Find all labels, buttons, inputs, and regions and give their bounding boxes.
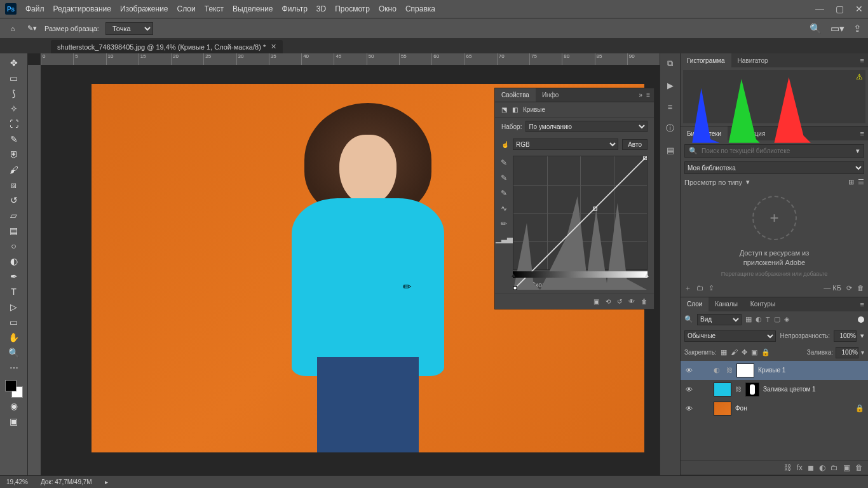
layer-mask-thumbnail[interactable] (745, 383, 759, 396)
grid-view-icon[interactable]: ⊞ (848, 178, 854, 186)
gradient-tool[interactable]: ▤ (6, 224, 22, 238)
blur-tool[interactable]: ○ (6, 239, 22, 253)
layer-name[interactable]: Кривые 1 (758, 367, 785, 374)
sync-icon[interactable]: ⟳ (846, 284, 852, 292)
new-layer-icon[interactable]: ▣ (843, 463, 850, 472)
hand-tool[interactable]: ✋ (6, 330, 22, 344)
status-caret-icon[interactable]: ▸ (105, 478, 108, 485)
menu-window[interactable]: Окно (379, 4, 397, 13)
lock-artboard-icon[interactable]: ▣ (751, 348, 757, 356)
filter-pixel-icon[interactable]: ▦ (745, 315, 752, 323)
paragraph-panel-icon[interactable]: ▤ (664, 144, 677, 156)
lock-transparency-icon[interactable]: ▦ (721, 348, 727, 356)
close-icon[interactable]: ✕ (855, 4, 863, 14)
eraser-tool[interactable]: ▱ (6, 208, 22, 222)
search-dropdown-icon[interactable]: ▾ (856, 147, 860, 155)
channel-select[interactable]: RGB (513, 139, 618, 150)
visibility-icon[interactable]: 👁 (684, 405, 693, 412)
edit-toolbar[interactable]: ⋯ (6, 361, 22, 375)
panel-menu-icon[interactable]: ≡ (646, 92, 650, 98)
chevron-down-icon[interactable]: ▾ (746, 178, 750, 186)
pen-tool[interactable]: ✒ (6, 269, 22, 283)
menu-layers[interactable]: Слои (177, 4, 196, 13)
chevron-down-icon[interactable]: ▾ (860, 332, 864, 340)
layer-row[interactable]: 👁 Фон 🔒 (681, 399, 868, 418)
foreground-swatch[interactable] (5, 380, 17, 391)
targeted-adjustment-icon[interactable]: ☝ (501, 141, 509, 148)
list-view-icon[interactable]: ☰ (858, 178, 864, 186)
clip-to-layer-icon[interactable]: ▣ (593, 298, 599, 305)
menu-help[interactable]: Справка (405, 4, 435, 13)
folder-icon[interactable]: 🗀 (696, 284, 703, 292)
lock-icon[interactable]: 🔒 (855, 404, 864, 412)
history-brush-tool[interactable]: ↺ (6, 193, 22, 207)
tab-close-icon[interactable]: ✕ (271, 43, 276, 51)
view-by-type-label[interactable]: Просмотр по типу (684, 179, 742, 186)
filter-type-icon[interactable]: T (766, 316, 770, 323)
document-tab[interactable]: shutterstock_746398405.jpg @ 19,4% (Крив… (51, 40, 283, 53)
reset-icon[interactable]: ↺ (617, 298, 622, 305)
menu-filter[interactable]: Фильтр (282, 4, 308, 13)
chevron-down-icon[interactable]: ▾ (861, 349, 864, 356)
quick-mask-tool[interactable]: ◉ (6, 399, 22, 413)
layer-thumbnail[interactable] (714, 383, 731, 396)
maximize-icon[interactable]: ▢ (836, 4, 844, 14)
stamp-tool[interactable]: ⧇ (6, 178, 22, 192)
link-layers-icon[interactable]: ⛓ (784, 463, 792, 472)
layer-style-icon[interactable]: fx (797, 463, 803, 472)
crop-tool[interactable]: ⛶ (6, 117, 22, 131)
tab-paths[interactable]: Контуры (744, 297, 782, 311)
screen-mode-tool[interactable]: ▣ (6, 414, 22, 428)
white-slider-icon[interactable]: ▲ (644, 271, 650, 278)
search-icon[interactable]: 🔍 (810, 23, 822, 34)
share-icon[interactable]: ⇪ (853, 23, 862, 34)
layer-thumbnail[interactable] (714, 402, 731, 416)
histogram-warning-icon[interactable]: ⚠ (856, 72, 863, 81)
character-panel-icon[interactable]: ⓘ (664, 122, 677, 135)
filter-smart-icon[interactable]: ◈ (784, 315, 789, 323)
panel-menu-icon[interactable]: ≡ (857, 57, 868, 64)
marquee-tool[interactable]: ▭ (6, 71, 22, 85)
filter-adjust-icon[interactable]: ◐ (756, 315, 762, 323)
magic-wand-tool[interactable]: ✧ (6, 102, 22, 116)
color-swatches[interactable] (5, 380, 23, 398)
shape-tool[interactable]: ▭ (6, 315, 22, 329)
tab-histogram[interactable]: Гистограмма (681, 53, 731, 67)
curve-clip-icon[interactable]: ▁▃▅ (498, 233, 510, 245)
menu-image[interactable]: Изображение (120, 4, 168, 13)
layer-thumbnail[interactable] (736, 363, 754, 377)
layer-name[interactable]: Фон (735, 405, 747, 412)
tab-navigator[interactable]: Навигатор (731, 53, 775, 67)
library-search-input[interactable] (702, 147, 852, 154)
trash-icon[interactable]: 🗑 (857, 284, 864, 292)
doc-size[interactable]: Док: 47,7М/49,7М (41, 478, 92, 485)
path-select-tool[interactable]: ▷ (6, 300, 22, 314)
dodge-tool[interactable]: ◐ (6, 254, 22, 268)
visibility-icon[interactable]: 👁 (684, 367, 693, 374)
auto-button[interactable]: Авто (622, 139, 648, 150)
layer-name[interactable]: Заливка цветом 1 (763, 386, 816, 393)
lock-all-icon[interactable]: 🔒 (761, 348, 770, 356)
add-content-icon[interactable]: ＋ (684, 283, 691, 293)
menu-3d[interactable]: 3D (316, 4, 326, 13)
eyedropper-tool[interactable]: ✎ (6, 132, 22, 146)
curve-smooth-icon[interactable]: ∿ (498, 203, 510, 214)
delete-adjustment-icon[interactable]: 🗑 (641, 298, 648, 305)
group-icon[interactable]: 🗀 (831, 463, 838, 472)
zoom-tool[interactable]: 🔍 (6, 346, 22, 360)
tab-properties[interactable]: Свойства (495, 88, 536, 102)
black-slider-icon[interactable]: ▲ (510, 271, 517, 278)
history-panel-icon[interactable]: ⧉ (664, 57, 677, 70)
filter-toggle[interactable] (858, 316, 864, 323)
visibility-icon[interactable]: 👁 (684, 386, 693, 393)
eyedropper-white-icon[interactable]: ✎ (498, 187, 510, 199)
blend-mode-select[interactable]: Обычные (684, 330, 776, 342)
eyedropper-gray-icon[interactable]: ✎ (498, 172, 510, 184)
brush-tool[interactable]: 🖌 (6, 163, 22, 177)
lock-position-icon[interactable]: ✥ (742, 348, 747, 356)
move-tool[interactable]: ✥ (6, 56, 22, 70)
tab-layers[interactable]: Слои (681, 297, 709, 311)
delete-layer-icon[interactable]: 🗑 (855, 463, 863, 472)
menu-text[interactable]: Текст (205, 4, 224, 13)
filter-shape-icon[interactable]: ▢ (774, 315, 780, 323)
